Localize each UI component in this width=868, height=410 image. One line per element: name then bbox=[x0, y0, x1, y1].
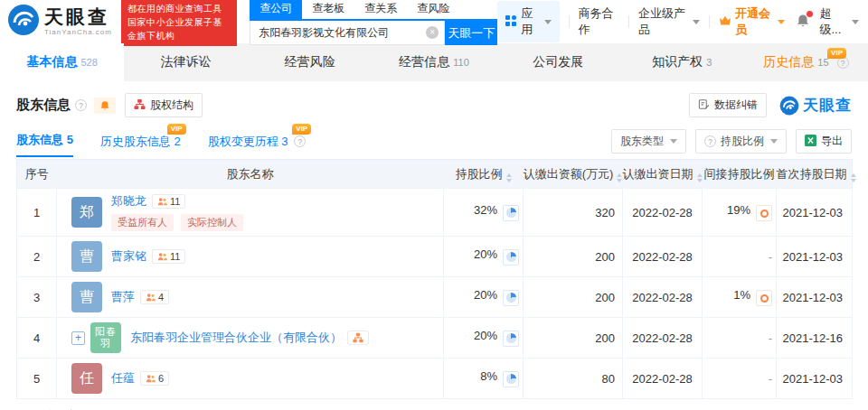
sort-icon[interactable] bbox=[697, 173, 703, 182]
table-header-row: 序号 股东名称 持股比例 认缴出资额(万元) 认缴出资日期 间接持股比例 首次持… bbox=[17, 160, 853, 189]
edit-document-icon bbox=[698, 98, 710, 113]
org-chart-icon bbox=[134, 98, 146, 113]
open-vip-menu[interactable]: 开通会员 bbox=[719, 5, 785, 38]
divider bbox=[569, 15, 570, 28]
sort-icon[interactable] bbox=[506, 173, 512, 182]
chevron-down-icon bbox=[770, 139, 778, 144]
partner-count-badge[interactable]: 6 bbox=[140, 371, 169, 386]
chevron-down-icon bbox=[670, 139, 677, 144]
company-nav-tabs: 基本信息528 法律诉讼 经营风险 经营信息110 公司发展 知识产权3 历史信… bbox=[0, 43, 868, 81]
monitor-bell-button[interactable] bbox=[94, 98, 116, 114]
top-bar: 天眼查 TianYanCha.com 都在用的商业查询工具 国家中小企业发展子基… bbox=[0, 0, 868, 43]
col-shareholder-name: 股东名称 bbox=[57, 160, 444, 189]
pie-chart-icon[interactable] bbox=[503, 290, 519, 306]
partner-count-badge[interactable]: 4 bbox=[140, 290, 169, 304]
shareholder-name-link[interactable]: 曹家铭 bbox=[111, 248, 146, 265]
pie-chart-icon[interactable] bbox=[503, 205, 519, 221]
chevron-down-icon bbox=[778, 20, 785, 24]
shareholder-name-link[interactable]: 任蕴 bbox=[111, 370, 135, 387]
search-area: 查公司 查老板 查关系 查风险 × 天眼一下 bbox=[250, 0, 497, 45]
apps-label: 应用 bbox=[521, 5, 538, 38]
enterprise-products-menu[interactable]: 企业级产品 bbox=[638, 5, 700, 38]
excel-export-icon bbox=[805, 135, 816, 149]
table-row: 3 曹 曹萍 4 bbox=[17, 277, 853, 318]
col-holding-ratio[interactable]: 持股比例 bbox=[444, 160, 524, 189]
equity-structure-button[interactable]: 股权结构 bbox=[125, 93, 203, 117]
tianyancha-logo[interactable]: 天眼查 TianYanCha.com bbox=[7, 4, 112, 40]
pie-chart-icon[interactable] bbox=[503, 249, 519, 266]
search-tab-relation[interactable]: 查关系 bbox=[354, 0, 407, 19]
search-tab-boss[interactable]: 查老板 bbox=[302, 0, 354, 19]
search-input[interactable] bbox=[250, 21, 445, 45]
enterprise-label: 企业级产品 bbox=[638, 5, 688, 38]
shareholder-section: 股东信息 ? 股权结构 数据纠错 天眼查 股东信息 5 bbox=[0, 81, 868, 410]
sort-icon[interactable] bbox=[617, 173, 622, 182]
business-coop-link[interactable]: 商务合作 bbox=[579, 5, 619, 38]
apps-menu[interactable]: 应用 bbox=[497, 1, 560, 42]
logo-subtitle: TianYanCha.com bbox=[44, 29, 112, 36]
shareholder-name-link[interactable]: 曹萍 bbox=[111, 289, 135, 305]
vip-badge: VIP bbox=[167, 124, 186, 135]
export-button[interactable]: 导出 bbox=[796, 129, 852, 154]
chevron-down-icon bbox=[852, 20, 859, 24]
col-subscribed-date[interactable]: 认缴出资日期 bbox=[623, 160, 703, 189]
vip-badge: VIP bbox=[292, 124, 311, 135]
pie-chart-icon[interactable] bbox=[503, 331, 519, 347]
partner-count-badge[interactable]: 11 bbox=[152, 249, 185, 264]
notification-dot bbox=[807, 11, 813, 17]
avatar: 曹 bbox=[71, 241, 102, 272]
search-tabs: 查公司 查老板 查关系 查风险 bbox=[250, 0, 497, 21]
username: 超级... bbox=[819, 5, 847, 38]
sort-icon[interactable] bbox=[851, 173, 856, 182]
tianyancha-watermark: 天眼查 bbox=[779, 95, 852, 116]
help-icon[interactable]: ? bbox=[294, 135, 306, 147]
crown-icon bbox=[719, 15, 731, 29]
search-button[interactable]: 天眼一下 bbox=[445, 21, 497, 45]
promo-line-1: 都在用的商业查询工具 bbox=[127, 2, 231, 15]
divider bbox=[709, 15, 710, 28]
help-icon[interactable]: ? bbox=[75, 99, 87, 111]
avatar: 郑 bbox=[71, 197, 102, 228]
vip-label: 开通会员 bbox=[735, 5, 772, 38]
data-correction-button[interactable]: 数据纠错 bbox=[689, 93, 767, 117]
tab-company-development[interactable]: 公司发展 bbox=[496, 43, 620, 81]
shareholder-name-link[interactable]: 郑晓龙 bbox=[111, 193, 146, 210]
avatar: 阳春羽 bbox=[90, 322, 121, 353]
holding-ratio-filter[interactable]: ? 持股比例 bbox=[695, 129, 787, 154]
col-first-holding-date[interactable]: 首次持股日期 bbox=[777, 160, 853, 189]
tab-basic-info[interactable]: 基本信息528 bbox=[0, 43, 124, 81]
section-title: 股东信息 bbox=[16, 97, 71, 114]
table-row: 2 曹 曹家铭 11 bbox=[17, 237, 853, 277]
self-disclosure-note: 工商自主公示股东 bbox=[16, 399, 852, 410]
subtab-equity-change-history[interactable]: VIP 股权变更历程 3 ? bbox=[208, 134, 306, 157]
tab-operation-info[interactable]: 经营信息110 bbox=[372, 43, 495, 81]
tab-history-info[interactable]: 历史信息15 ? VIP bbox=[744, 43, 868, 81]
shareholder-table: 序号 股东名称 持股比例 认缴出资额(万元) 认缴出资日期 间接持股比例 首次持… bbox=[16, 159, 853, 399]
tab-operation-risk[interactable]: 经营风险 bbox=[248, 43, 372, 81]
search-tab-risk[interactable]: 查风险 bbox=[407, 0, 459, 19]
search-tab-company[interactable]: 查公司 bbox=[250, 0, 302, 19]
promo-line-2: 国家中小企业发展子基金旗下机构 bbox=[127, 15, 231, 42]
indirect-holding-icon[interactable] bbox=[756, 290, 772, 306]
help-icon: ? bbox=[704, 135, 716, 147]
subtab-shareholder-info[interactable]: 股东信息 5 bbox=[16, 132, 73, 157]
expand-button[interactable]: + bbox=[71, 331, 85, 345]
tab-intellectual-property[interactable]: 知识产权3 bbox=[620, 43, 744, 81]
notification-bell-icon[interactable] bbox=[796, 14, 810, 31]
equity-structure-badge[interactable] bbox=[347, 331, 369, 345]
tab-legal[interactable]: 法律诉讼 bbox=[124, 43, 248, 81]
subtab-history-shareholder[interactable]: VIP 历史股东信息 2 bbox=[100, 134, 181, 157]
divider bbox=[628, 15, 629, 28]
user-account-menu[interactable]: 超级... bbox=[819, 5, 859, 38]
actual-controller-tag: 实际控制人 bbox=[181, 214, 243, 231]
partner-count-badge[interactable]: 11 bbox=[152, 194, 185, 209]
avatar: 任 bbox=[71, 363, 102, 394]
col-subscribed-amount[interactable]: 认缴出资额(万元) bbox=[524, 160, 623, 189]
shareholder-type-filter[interactable]: 股东类型 bbox=[611, 129, 686, 154]
tianyancha-logo-icon bbox=[7, 4, 40, 40]
table-row: 4 + 阳春羽 东阳春羽企业管理合伙企业（有限合伙） bbox=[17, 318, 853, 359]
pie-chart-icon[interactable] bbox=[503, 371, 519, 387]
indirect-holding-icon[interactable] bbox=[756, 205, 772, 221]
shareholder-name-link[interactable]: 东阳春羽企业管理合伙企业（有限合伙） bbox=[130, 330, 342, 346]
col-indirect-ratio: 间接持股比例 bbox=[703, 160, 777, 189]
